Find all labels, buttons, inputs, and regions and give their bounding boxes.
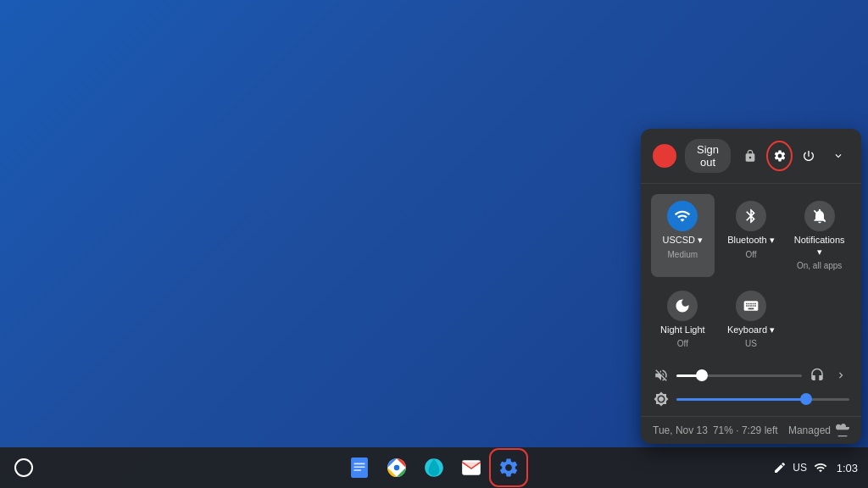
settings-icon[interactable] [769, 143, 790, 169]
qs-tiles-row1: USCSD ▾ Medium Bluetooth ▾ Off [641, 184, 861, 283]
brightness-slider-track[interactable] [676, 398, 849, 401]
svg-rect-6 [354, 469, 362, 471]
night-light-sublabel: Off [677, 339, 688, 348]
volume-mute-icon[interactable] [653, 367, 670, 384]
footer-date: Tue, Nov 13 [653, 424, 708, 436]
sign-out-button[interactable]: Sign out [685, 139, 731, 173]
svg-point-9 [394, 465, 400, 471]
stylus-icon[interactable] [772, 460, 787, 475]
desktop: Sign out [0, 0, 868, 488]
launcher-button[interactable] [7, 451, 41, 485]
footer-left: Tue, Nov 13 71% · 7:29 left [653, 424, 778, 436]
keyboard-sublabel: US [745, 339, 757, 348]
tile-night-light[interactable]: Night Light Off [651, 284, 715, 355]
app-docs[interactable] [342, 451, 376, 485]
svg-rect-5 [354, 466, 365, 468]
taskbar-left [7, 451, 41, 485]
app-settings[interactable] [492, 451, 526, 485]
keyboard-label: Keyboard ▾ [727, 324, 775, 336]
system-tray: US 1:03 [772, 460, 861, 475]
brightness-icon[interactable] [653, 391, 670, 408]
tile-uscsd[interactable]: USCSD ▾ Medium [651, 194, 715, 276]
taskbar: US 1:03 [0, 447, 868, 488]
qs-footer: Tue, Nov 13 71% · 7:29 left Managed [641, 416, 861, 444]
svg-point-1 [15, 459, 32, 476]
volume-slider-track[interactable] [676, 374, 802, 377]
uscsd-sublabel: Medium [668, 250, 698, 259]
notifications-label: Notifications ▾ [791, 235, 848, 257]
app-ink[interactable] [417, 451, 451, 485]
taskbar-apps [342, 451, 526, 485]
headphones-icon[interactable] [809, 367, 826, 384]
brightness-slider-row [653, 391, 849, 408]
time-display[interactable]: 1:03 [833, 460, 861, 475]
notifications-tile-icon [804, 201, 835, 231]
avatar[interactable] [653, 144, 676, 168]
night-light-label: Night Light [660, 324, 705, 336]
quick-settings-panel: Sign out [641, 129, 861, 444]
wifi-tile-icon [667, 201, 698, 231]
managed-icon [836, 424, 849, 437]
tile-notifications[interactable]: Notifications ▾ On, all apps [787, 194, 851, 276]
app-chrome[interactable] [380, 451, 414, 485]
svg-rect-4 [354, 463, 365, 465]
qs-sliders [641, 362, 861, 416]
lock-icon[interactable] [739, 143, 760, 169]
footer-managed: Managed [788, 424, 831, 436]
expand-audio-icon[interactable] [832, 367, 849, 384]
footer-right: Managed [788, 424, 849, 437]
night-light-tile-icon [667, 291, 698, 321]
volume-slider-row [653, 367, 849, 384]
qs-header: Sign out [641, 129, 861, 184]
app-gmail[interactable] [454, 451, 488, 485]
uscsd-label: USCSD ▾ [663, 235, 704, 246]
notifications-sublabel: On, all apps [797, 261, 842, 270]
wifi-tray-icon[interactable] [813, 460, 828, 475]
tile-bluetooth[interactable]: Bluetooth ▾ Off [720, 194, 783, 276]
bluetooth-sublabel: Off [745, 250, 756, 259]
expand-icon[interactable] [828, 143, 849, 169]
tile-keyboard[interactable]: Keyboard ▾ US [720, 284, 783, 355]
keyboard-tile-icon [736, 291, 766, 321]
bluetooth-tile-icon [736, 201, 766, 231]
keyboard-layout-indicator[interactable]: US [793, 460, 808, 475]
footer-battery: 71% · 7:29 left [713, 424, 778, 436]
power-icon[interactable] [798, 143, 820, 169]
bluetooth-label: Bluetooth ▾ [727, 235, 775, 246]
qs-tiles-row2: Night Light Off Keyboard ▾ US [641, 284, 861, 362]
